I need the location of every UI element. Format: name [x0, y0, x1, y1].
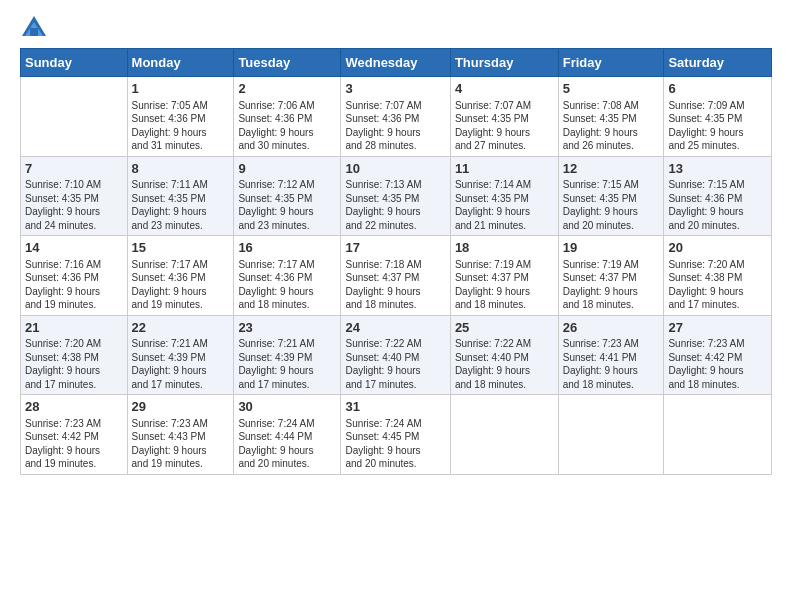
- day-number: 18: [455, 239, 554, 257]
- day-number: 30: [238, 398, 336, 416]
- day-number: 31: [345, 398, 445, 416]
- day-number: 1: [132, 80, 230, 98]
- calendar-cell: 7Sunrise: 7:10 AM Sunset: 4:35 PM Daylig…: [21, 156, 128, 236]
- day-info: Sunrise: 7:11 AM Sunset: 4:35 PM Dayligh…: [132, 178, 230, 232]
- calendar-cell: 19Sunrise: 7:19 AM Sunset: 4:37 PM Dayli…: [558, 236, 664, 316]
- calendar-cell: 24Sunrise: 7:22 AM Sunset: 4:40 PM Dayli…: [341, 315, 450, 395]
- calendar-cell: 10Sunrise: 7:13 AM Sunset: 4:35 PM Dayli…: [341, 156, 450, 236]
- day-number: 7: [25, 160, 123, 178]
- calendar-cell: 2Sunrise: 7:06 AM Sunset: 4:36 PM Daylig…: [234, 77, 341, 157]
- day-info: Sunrise: 7:19 AM Sunset: 4:37 PM Dayligh…: [563, 258, 660, 312]
- day-number: 17: [345, 239, 445, 257]
- calendar-cell: 6Sunrise: 7:09 AM Sunset: 4:35 PM Daylig…: [664, 77, 772, 157]
- day-info: Sunrise: 7:22 AM Sunset: 4:40 PM Dayligh…: [345, 337, 445, 391]
- day-number: 5: [563, 80, 660, 98]
- day-info: Sunrise: 7:12 AM Sunset: 4:35 PM Dayligh…: [238, 178, 336, 232]
- day-info: Sunrise: 7:20 AM Sunset: 4:38 PM Dayligh…: [25, 337, 123, 391]
- calendar-cell: 31Sunrise: 7:24 AM Sunset: 4:45 PM Dayli…: [341, 395, 450, 475]
- calendar-cell: 13Sunrise: 7:15 AM Sunset: 4:36 PM Dayli…: [664, 156, 772, 236]
- day-number: 9: [238, 160, 336, 178]
- day-header-tuesday: Tuesday: [234, 49, 341, 77]
- calendar-cell: [664, 395, 772, 475]
- day-number: 8: [132, 160, 230, 178]
- day-number: 4: [455, 80, 554, 98]
- calendar-cell: [21, 77, 128, 157]
- calendar-cell: 25Sunrise: 7:22 AM Sunset: 4:40 PM Dayli…: [450, 315, 558, 395]
- day-info: Sunrise: 7:10 AM Sunset: 4:35 PM Dayligh…: [25, 178, 123, 232]
- calendar-cell: 11Sunrise: 7:14 AM Sunset: 4:35 PM Dayli…: [450, 156, 558, 236]
- day-info: Sunrise: 7:23 AM Sunset: 4:43 PM Dayligh…: [132, 417, 230, 471]
- day-header-sunday: Sunday: [21, 49, 128, 77]
- day-number: 22: [132, 319, 230, 337]
- calendar-cell: 18Sunrise: 7:19 AM Sunset: 4:37 PM Dayli…: [450, 236, 558, 316]
- day-info: Sunrise: 7:17 AM Sunset: 4:36 PM Dayligh…: [238, 258, 336, 312]
- calendar-cell: 12Sunrise: 7:15 AM Sunset: 4:35 PM Dayli…: [558, 156, 664, 236]
- day-number: 2: [238, 80, 336, 98]
- week-row-2: 7Sunrise: 7:10 AM Sunset: 4:35 PM Daylig…: [21, 156, 772, 236]
- calendar-cell: 27Sunrise: 7:23 AM Sunset: 4:42 PM Dayli…: [664, 315, 772, 395]
- day-header-wednesday: Wednesday: [341, 49, 450, 77]
- day-number: 21: [25, 319, 123, 337]
- day-number: 10: [345, 160, 445, 178]
- calendar-cell: 16Sunrise: 7:17 AM Sunset: 4:36 PM Dayli…: [234, 236, 341, 316]
- day-number: 12: [563, 160, 660, 178]
- day-info: Sunrise: 7:13 AM Sunset: 4:35 PM Dayligh…: [345, 178, 445, 232]
- calendar-cell: 1Sunrise: 7:05 AM Sunset: 4:36 PM Daylig…: [127, 77, 234, 157]
- week-row-5: 28Sunrise: 7:23 AM Sunset: 4:42 PM Dayli…: [21, 395, 772, 475]
- calendar-cell: [558, 395, 664, 475]
- week-row-3: 14Sunrise: 7:16 AM Sunset: 4:36 PM Dayli…: [21, 236, 772, 316]
- day-number: 29: [132, 398, 230, 416]
- logo: [20, 14, 52, 42]
- calendar-cell: 15Sunrise: 7:17 AM Sunset: 4:36 PM Dayli…: [127, 236, 234, 316]
- day-number: 25: [455, 319, 554, 337]
- day-number: 19: [563, 239, 660, 257]
- day-info: Sunrise: 7:21 AM Sunset: 4:39 PM Dayligh…: [238, 337, 336, 391]
- week-row-4: 21Sunrise: 7:20 AM Sunset: 4:38 PM Dayli…: [21, 315, 772, 395]
- day-number: 24: [345, 319, 445, 337]
- calendar-cell: 5Sunrise: 7:08 AM Sunset: 4:35 PM Daylig…: [558, 77, 664, 157]
- day-info: Sunrise: 7:20 AM Sunset: 4:38 PM Dayligh…: [668, 258, 767, 312]
- day-header-friday: Friday: [558, 49, 664, 77]
- day-info: Sunrise: 7:24 AM Sunset: 4:45 PM Dayligh…: [345, 417, 445, 471]
- day-header-monday: Monday: [127, 49, 234, 77]
- calendar-cell: 9Sunrise: 7:12 AM Sunset: 4:35 PM Daylig…: [234, 156, 341, 236]
- day-number: 13: [668, 160, 767, 178]
- calendar-cell: [450, 395, 558, 475]
- day-info: Sunrise: 7:23 AM Sunset: 4:41 PM Dayligh…: [563, 337, 660, 391]
- calendar-cell: 8Sunrise: 7:11 AM Sunset: 4:35 PM Daylig…: [127, 156, 234, 236]
- header: [20, 10, 772, 42]
- day-number: 6: [668, 80, 767, 98]
- day-info: Sunrise: 7:16 AM Sunset: 4:36 PM Dayligh…: [25, 258, 123, 312]
- day-number: 16: [238, 239, 336, 257]
- day-header-thursday: Thursday: [450, 49, 558, 77]
- day-info: Sunrise: 7:23 AM Sunset: 4:42 PM Dayligh…: [668, 337, 767, 391]
- calendar-cell: 4Sunrise: 7:07 AM Sunset: 4:35 PM Daylig…: [450, 77, 558, 157]
- day-info: Sunrise: 7:06 AM Sunset: 4:36 PM Dayligh…: [238, 99, 336, 153]
- calendar-cell: 17Sunrise: 7:18 AM Sunset: 4:37 PM Dayli…: [341, 236, 450, 316]
- day-info: Sunrise: 7:18 AM Sunset: 4:37 PM Dayligh…: [345, 258, 445, 312]
- week-row-1: 1Sunrise: 7:05 AM Sunset: 4:36 PM Daylig…: [21, 77, 772, 157]
- calendar-cell: 22Sunrise: 7:21 AM Sunset: 4:39 PM Dayli…: [127, 315, 234, 395]
- day-info: Sunrise: 7:15 AM Sunset: 4:36 PM Dayligh…: [668, 178, 767, 232]
- day-number: 15: [132, 239, 230, 257]
- day-number: 23: [238, 319, 336, 337]
- day-info: Sunrise: 7:07 AM Sunset: 4:36 PM Dayligh…: [345, 99, 445, 153]
- calendar-table: SundayMondayTuesdayWednesdayThursdayFrid…: [20, 48, 772, 475]
- day-number: 28: [25, 398, 123, 416]
- page-container: SundayMondayTuesdayWednesdayThursdayFrid…: [0, 0, 792, 485]
- day-info: Sunrise: 7:24 AM Sunset: 4:44 PM Dayligh…: [238, 417, 336, 471]
- day-number: 27: [668, 319, 767, 337]
- calendar-cell: 26Sunrise: 7:23 AM Sunset: 4:41 PM Dayli…: [558, 315, 664, 395]
- day-number: 20: [668, 239, 767, 257]
- day-info: Sunrise: 7:15 AM Sunset: 4:35 PM Dayligh…: [563, 178, 660, 232]
- day-info: Sunrise: 7:19 AM Sunset: 4:37 PM Dayligh…: [455, 258, 554, 312]
- day-info: Sunrise: 7:23 AM Sunset: 4:42 PM Dayligh…: [25, 417, 123, 471]
- calendar-cell: 21Sunrise: 7:20 AM Sunset: 4:38 PM Dayli…: [21, 315, 128, 395]
- day-info: Sunrise: 7:07 AM Sunset: 4:35 PM Dayligh…: [455, 99, 554, 153]
- day-info: Sunrise: 7:22 AM Sunset: 4:40 PM Dayligh…: [455, 337, 554, 391]
- calendar-cell: 30Sunrise: 7:24 AM Sunset: 4:44 PM Dayli…: [234, 395, 341, 475]
- day-number: 26: [563, 319, 660, 337]
- header-row: SundayMondayTuesdayWednesdayThursdayFrid…: [21, 49, 772, 77]
- day-header-saturday: Saturday: [664, 49, 772, 77]
- calendar-cell: 29Sunrise: 7:23 AM Sunset: 4:43 PM Dayli…: [127, 395, 234, 475]
